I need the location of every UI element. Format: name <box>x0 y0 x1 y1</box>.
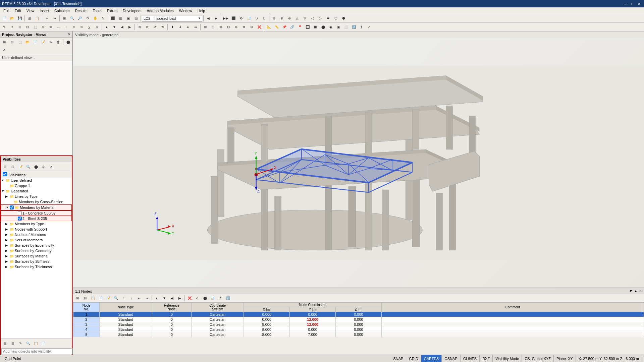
tree-members-by-type[interactable]: ▶ 📁 Members by Type <box>1 221 72 227</box>
bt-btn13[interactable]: ◀ <box>168 295 176 302</box>
tb2-29[interactable]: ⊟ <box>225 23 232 31</box>
expand-smat[interactable]: ▶ <box>5 254 9 258</box>
tb2-12[interactable]: ∑ <box>86 23 93 31</box>
left-action-btn3[interactable]: ✎ <box>17 340 24 347</box>
tree-steel[interactable]: 2 - Steel S 235 <box>1 216 72 221</box>
tb-next-lc[interactable]: ▶ <box>212 15 220 22</box>
tb2-1[interactable]: ✎ <box>1 23 8 31</box>
bt-btn16[interactable]: ✓ <box>194 295 201 302</box>
tb2-27[interactable]: ⊡ <box>209 23 217 31</box>
tree-members-by-cross[interactable]: 📁 Members by Cross-Section <box>1 199 72 204</box>
tb2-39[interactable]: 🔲 <box>304 23 311 31</box>
bt-btn17[interactable]: ⬤ <box>201 295 209 302</box>
status-glines[interactable]: GLINES <box>461 355 480 362</box>
tb-zoom-out[interactable]: 🔎 <box>76 15 84 22</box>
tb-view2[interactable]: ▦ <box>117 15 124 22</box>
bt-btn19[interactable]: ƒ <box>217 295 224 302</box>
tb-pan[interactable]: ✋ <box>92 15 99 22</box>
tb2-16[interactable]: ◀ <box>118 23 126 31</box>
tb-extra10[interactable]: ⬢ <box>340 15 347 22</box>
tb-b1[interactable]: B <box>253 15 260 22</box>
menu-developers[interactable]: Developers <box>120 8 144 13</box>
expand-mtype[interactable]: ▶ <box>5 222 9 226</box>
tb-print2[interactable]: 📋 <box>34 15 41 22</box>
tree-user-defined[interactable]: ▼ 📁 User-defined <box>1 178 72 183</box>
vis-btn5[interactable]: ⬤ <box>32 163 40 170</box>
vis-btn7[interactable]: ✕ <box>48 163 55 170</box>
nav-btn8[interactable]: 🗑 <box>55 38 62 46</box>
menu-table[interactable]: Table <box>90 8 104 13</box>
table-row[interactable]: 3 Standard 0 Cartesian 8.000 12.000 0.00… <box>73 322 644 327</box>
table-row[interactable]: 5 Standard 0 Cartesian 8.000 7.000 0.000 <box>73 332 644 337</box>
tb-extra9[interactable]: ⬡ <box>332 15 339 22</box>
nav-btn4[interactable]: 📂 <box>24 38 31 46</box>
tree-members-by-material[interactable]: ▼ 📁 Members by Material <box>1 204 72 210</box>
bt-btn14[interactable]: ▶ <box>176 295 183 302</box>
close-nav-btn[interactable]: ✕ <box>68 33 70 36</box>
tb2-6[interactable]: ⊕ <box>39 23 47 31</box>
expand-material[interactable]: ▼ <box>6 206 10 209</box>
tree-surfaces-material[interactable]: ▶ 📁 Surfaces by Material <box>1 253 72 259</box>
bt-btn4[interactable]: 📄 <box>97 295 104 302</box>
menu-insert[interactable]: Insert <box>37 8 52 13</box>
tb-extra8[interactable]: ✱ <box>324 15 332 22</box>
tree-concrete[interactable]: 1 - Concrete C30/37 <box>1 210 72 216</box>
collapse-btn[interactable]: ▼ <box>629 289 633 293</box>
tb-view1[interactable]: ⬛ <box>109 15 116 22</box>
tb2-43[interactable]: ▣ <box>335 23 342 31</box>
expand-nsupport[interactable]: ▶ <box>5 228 9 231</box>
nav-btn3[interactable]: ⬚ <box>16 38 23 46</box>
bt-btn5[interactable]: 📝 <box>105 295 112 302</box>
tb-zoom-in[interactable]: 🔍 <box>68 15 76 22</box>
bt-btn12[interactable]: ▼ <box>161 295 168 302</box>
vis-btn4[interactable]: 🔍 <box>24 163 32 170</box>
tb-b2[interactable]: B <box>261 15 268 22</box>
tb2-31[interactable]: ⊗ <box>240 23 248 31</box>
tb2-3[interactable]: ⊞ <box>16 23 23 31</box>
tb-new[interactable]: 📄 <box>1 15 8 22</box>
tb2-46[interactable]: ƒ <box>358 23 365 31</box>
tb-select[interactable]: ↖ <box>99 15 107 22</box>
tb2-37[interactable]: 🔗 <box>288 23 296 31</box>
vis-btn6[interactable]: ◎ <box>40 163 47 170</box>
tb2-40[interactable]: 🔳 <box>312 23 319 31</box>
bt-btn9[interactable]: ⇤ <box>136 295 143 302</box>
tb2-15[interactable]: ▼ <box>111 23 118 31</box>
tree-generated[interactable]: ▼ 📁 Generated <box>1 188 72 194</box>
tb2-25[interactable]: ➡ <box>192 23 199 31</box>
tb2-9[interactable]: ↕ <box>62 23 70 31</box>
tb2-7[interactable]: ⊗ <box>47 23 54 31</box>
tb2-4[interactable]: ⊟ <box>24 23 31 31</box>
menu-edit[interactable]: Edit <box>12 8 24 13</box>
tb2-26[interactable]: ⊞ <box>202 23 209 31</box>
tb-save[interactable]: 💾 <box>16 15 23 22</box>
nav-btn9[interactable]: ⬤ <box>64 38 72 46</box>
tb-extra5[interactable]: ▽ <box>301 15 309 22</box>
tb2-8[interactable]: ↔ <box>55 23 62 31</box>
menu-calculate[interactable]: Calculate <box>52 8 72 13</box>
vis-btn3[interactable]: 📝 <box>17 163 24 170</box>
tb2-41[interactable]: ⬤ <box>319 23 327 31</box>
status-cartes[interactable]: CARTES <box>421 355 442 362</box>
material-checkbox[interactable] <box>10 205 14 209</box>
tb-view4[interactable]: ▤ <box>132 15 140 22</box>
tb-extra2[interactable]: ⊗ <box>278 15 285 22</box>
left-action-btn1[interactable]: ⊞ <box>1 340 9 347</box>
tree-sets-members[interactable]: ▶ 📁 Sets of Members <box>1 237 72 243</box>
tb-calc[interactable]: ⚙ <box>237 15 245 22</box>
expand-sthick[interactable]: ▶ <box>5 265 9 268</box>
tb-zoom-fit[interactable]: ⊞ <box>61 15 68 22</box>
nav-close[interactable]: ✕ <box>1 46 8 53</box>
menu-extras[interactable]: Extras <box>104 8 120 13</box>
tb2-17[interactable]: ▶ <box>126 23 133 31</box>
left-action-btn6[interactable]: 📄 <box>40 340 47 347</box>
tb2-35[interactable]: 📏 <box>273 23 280 31</box>
tb2-14[interactable]: ▲ <box>103 23 110 31</box>
tb2-20[interactable]: ⟳ <box>151 23 159 31</box>
nav-btn2[interactable]: ⊟ <box>8 38 16 46</box>
expand-sets[interactable]: ▶ <box>5 238 9 242</box>
viewport-canvas[interactable]: X Y Z X Y Z <box>73 38 644 288</box>
table-row[interactable]: 1 Standard 0 Cartesian 0.000 0.000 0.000 <box>73 312 644 317</box>
expand-sgeo[interactable]: ▶ <box>5 249 9 252</box>
nav-btn7[interactable]: ✎ <box>47 38 54 46</box>
